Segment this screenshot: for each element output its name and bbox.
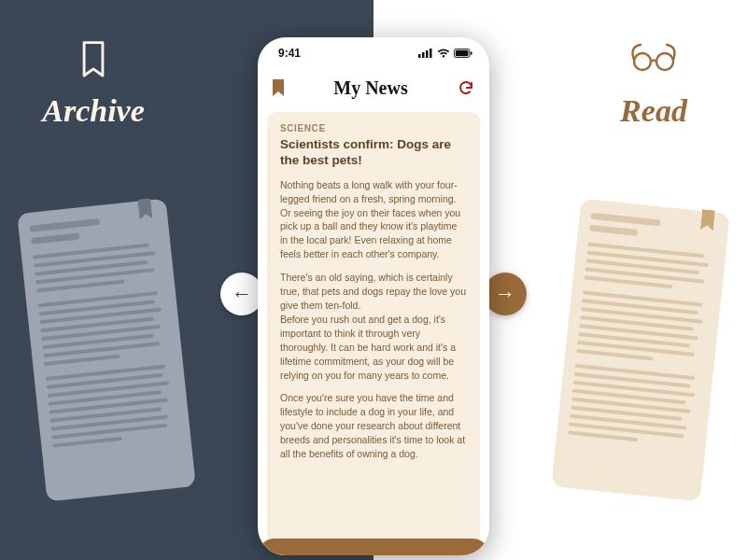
svg-point-1 — [656, 53, 673, 70]
svg-rect-7 — [456, 50, 469, 56]
swipe-onboarding-stage: Archive Read — [0, 0, 747, 560]
app-title: My News — [333, 77, 407, 99]
svg-point-0 — [634, 53, 651, 70]
arrow-left-icon: ← — [232, 284, 252, 304]
status-bar: 9:41 — [258, 37, 489, 69]
refresh-button[interactable] — [458, 79, 474, 96]
article-headline: Scientists confirm: Dogs are the best pe… — [280, 137, 467, 169]
signal-icon — [418, 49, 433, 58]
archive-card-preview — [17, 198, 196, 501]
article-kicker: SCIENCE — [280, 123, 467, 133]
article-paragraph: There's an old saying, which is certainl… — [280, 271, 467, 382]
status-indicators — [418, 49, 472, 58]
swipe-right-button[interactable]: → — [484, 273, 527, 315]
svg-rect-8 — [471, 51, 472, 55]
svg-rect-4 — [426, 50, 429, 58]
arrow-right-icon: → — [495, 284, 515, 304]
status-time: 9:41 — [278, 47, 301, 60]
read-card-preview — [551, 198, 730, 501]
bookmark-icon[interactable] — [273, 79, 284, 96]
bookmark-icon — [137, 198, 152, 219]
phone-frame: 9:41 My News SCIENCE Scientists confirm:… — [258, 37, 489, 555]
svg-rect-3 — [422, 52, 425, 58]
article-card[interactable]: SCIENCE Scientists confirm: Dogs are the… — [267, 112, 480, 555]
article-body: Nothing beats a long walk with your four… — [280, 178, 467, 461]
wifi-icon — [437, 49, 450, 58]
glasses-icon — [560, 39, 747, 73]
bookmark-icon — [700, 209, 715, 231]
battery-icon — [454, 49, 472, 58]
svg-rect-2 — [418, 54, 421, 58]
read-label: Read — [560, 93, 747, 129]
title-bar: My News — [258, 69, 489, 106]
phone-bottom-accent — [258, 539, 489, 555]
archive-label: Archive — [0, 93, 187, 129]
bookmark-icon — [0, 39, 187, 80]
article-paragraph: Nothing beats a long walk with your four… — [280, 178, 467, 261]
svg-rect-5 — [430, 49, 432, 58]
article-paragraph: Once you're sure you have the time and l… — [280, 391, 467, 461]
